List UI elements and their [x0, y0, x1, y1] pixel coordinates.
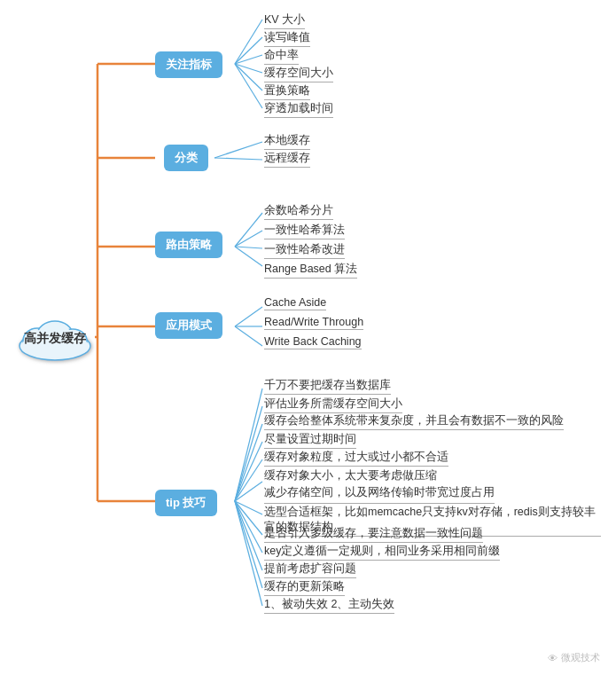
leaf-tip10: 提前考虑扩容问题 [264, 561, 356, 578]
cat-box-2: 分类 [164, 145, 208, 171]
mindmap-container: 高并发缓存 关注指标 KV 大小 读写峰值 命中率 缓存空间大小 置换策略 穿透… [0, 0, 616, 675]
svg-line-7 [214, 158, 262, 160]
svg-line-6 [214, 142, 262, 158]
watermark-icon: 👁 [548, 653, 558, 663]
svg-line-15 [235, 389, 262, 501]
leaf-rw: 读写峰值 [264, 30, 310, 47]
leaf-space: 缓存空间大小 [264, 66, 333, 82]
leaf-tip8: 是否引入多级缓存，要注意数据一致性问题 [264, 526, 483, 543]
svg-line-18 [235, 442, 262, 501]
cat-box-4: 应用模式 [155, 312, 222, 339]
cat-box-5: tip 技巧 [155, 490, 217, 516]
svg-line-19 [235, 459, 262, 501]
leaf-hash3: 一致性哈希改进 [264, 242, 345, 259]
svg-line-8 [235, 213, 262, 247]
leaf-tip2: 评估业务所需缓存空间大小 [264, 396, 402, 413]
svg-line-1 [235, 37, 262, 64]
leaf-write-back: Write Back Caching [264, 335, 362, 349]
svg-line-11 [235, 247, 262, 266]
leaf-hash2: 一致性哈希算法 [264, 223, 345, 239]
svg-line-12 [235, 307, 262, 326]
leaf-tip6: 缓存对象大小，太大要考虑做压缩减少存储空间，以及网络传输时带宽过度占用 [264, 467, 495, 505]
svg-line-25 [235, 501, 262, 588]
cat-box-3: 路由策略 [155, 232, 222, 258]
svg-line-9 [235, 231, 262, 247]
watermark-text: 微观技术 [561, 651, 600, 664]
root-node: 高并发缓存 [12, 312, 97, 365]
leaf-tip9: key定义遵循一定规则，相同业务采用相同前缀 [264, 544, 500, 561]
svg-line-17 [235, 424, 262, 501]
svg-line-0 [235, 20, 262, 64]
leaf-remote: 远程缓存 [264, 151, 310, 168]
root-label: 高并发缓存 [24, 331, 86, 347]
leaf-tip5: 缓存对象粒度，过大或过小都不合适 [264, 450, 448, 467]
leaf-cache-aside: Cache Aside [264, 296, 326, 310]
svg-line-5 [235, 64, 262, 108]
leaf-local: 本地缓存 [264, 133, 310, 150]
svg-line-20 [235, 482, 262, 501]
leaf-tip11: 缓存的更新策略 [264, 579, 345, 596]
svg-line-14 [235, 326, 262, 346]
svg-line-4 [235, 64, 262, 90]
leaf-tip4: 尽量设置过期时间 [264, 432, 356, 449]
leaf-replace: 置换策略 [264, 83, 310, 100]
svg-line-23 [235, 501, 262, 553]
svg-line-26 [235, 501, 262, 606]
leaf-tip12: 1、被动失效 2、主动失效 [264, 597, 394, 614]
svg-line-10 [235, 247, 262, 248]
leaf-rw-through: Read/Write Through [264, 316, 363, 330]
svg-line-3 [235, 64, 262, 73]
leaf-load: 穿透加载时间 [264, 101, 333, 118]
watermark: 👁 微观技术 [548, 651, 600, 664]
leaf-range: Range Based 算法 [264, 262, 357, 279]
leaf-hit: 命中率 [264, 48, 299, 65]
svg-line-2 [235, 55, 262, 64]
leaf-tip1: 千万不要把缓存当数据库 [264, 378, 391, 395]
cat-box-1: 关注指标 [155, 51, 222, 78]
svg-line-22 [235, 501, 262, 535]
leaf-kv: KV 大小 [264, 12, 305, 29]
svg-line-21 [235, 501, 262, 514]
leaf-hash1: 余数哈希分片 [264, 203, 333, 220]
leaf-tip3: 缓存会给整体系统带来复杂度，并且会有数据不一致的风险 [264, 413, 564, 430]
svg-line-16 [235, 406, 262, 501]
svg-line-24 [235, 501, 262, 570]
